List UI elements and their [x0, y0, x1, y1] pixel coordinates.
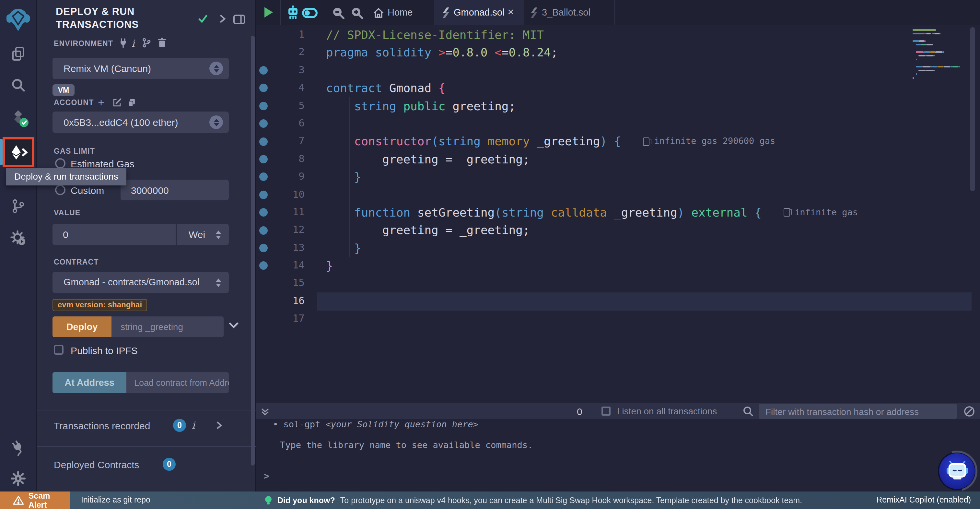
- file-explorer-icon[interactable]: [10, 46, 26, 62]
- custom-gas-radio[interactable]: [55, 185, 65, 195]
- gutter-dot-line-7[interactable]: [259, 137, 268, 145]
- gutter-dot-line-4[interactable]: [259, 84, 268, 93]
- account-add-icon[interactable]: +: [98, 97, 104, 110]
- robot-face-icon: [945, 461, 969, 481]
- editor-scrollbar[interactable]: [970, 27, 975, 191]
- transactions-expand-icon[interactable]: [216, 421, 222, 430]
- minimap[interactable]: [913, 29, 968, 81]
- code-line-3: [326, 62, 858, 80]
- git-init-button[interactable]: Initialize as git repo: [81, 491, 150, 509]
- tab-gmonad-active[interactable]: Gmonad.sol ×: [434, 0, 524, 25]
- publish-ipfs-checkbox[interactable]: [54, 345, 64, 355]
- panel-collapse-icon[interactable]: [218, 14, 227, 24]
- search-icon[interactable]: [10, 77, 26, 93]
- code-content[interactable]: // SPDX-License-Identifier: MITpragma so…: [326, 26, 858, 328]
- fuel-pump-icon: [784, 208, 790, 217]
- gutter-dot-line-6[interactable]: [259, 119, 268, 128]
- code-line-4: contract Gmonad {: [326, 79, 858, 97]
- terminal-prompt[interactable]: >: [264, 471, 269, 481]
- gutter-dot-line-3[interactable]: [259, 66, 268, 75]
- deploy-run-icon-highlighted[interactable]: [3, 137, 34, 167]
- transactions-info-icon[interactable]: i: [192, 420, 195, 431]
- terminal-line-1: • sol-gpt <your Solidity question here>: [273, 419, 478, 429]
- run-script-icon[interactable]: [264, 7, 273, 18]
- env-fork-icon[interactable]: [141, 38, 152, 48]
- scam-alert-button[interactable]: Scam Alert: [0, 491, 70, 509]
- line-number-11: 11: [275, 204, 305, 222]
- close-tab-icon[interactable]: ×: [508, 0, 514, 25]
- unit-stepper-icon[interactable]: [216, 230, 221, 239]
- gutter-dot-line-13[interactable]: [259, 244, 268, 252]
- unit-testing-icon[interactable]: [10, 230, 26, 246]
- deploy-run-tooltip: Deploy & run transactions: [6, 168, 127, 185]
- env-info-icon[interactable]: i: [132, 38, 135, 49]
- gutter-dot-line-10[interactable]: [259, 191, 268, 199]
- contract-label: CONTRACT: [54, 258, 99, 266]
- code-line-16: [326, 292, 858, 310]
- clear-terminal-icon[interactable]: [964, 406, 975, 417]
- code-line-13: }: [326, 239, 858, 257]
- transactions-recorded-label: Transactions recorded: [54, 420, 150, 431]
- account-copy-icon[interactable]: [127, 98, 136, 108]
- active-plugin-indicator: [0, 139, 3, 165]
- panel-title: DEPLOY & RUNTRANSACTIONS: [56, 5, 205, 31]
- tx-filter-input[interactable]: [759, 404, 957, 419]
- gutter-dot-line-9[interactable]: [259, 173, 268, 181]
- panel-scrollbar[interactable]: [251, 36, 255, 466]
- code-line-9: }: [326, 168, 858, 186]
- pin-panel-icon[interactable]: [233, 14, 246, 25]
- zoom-in-icon[interactable]: [351, 6, 364, 19]
- at-address-button[interactable]: At Address: [52, 372, 126, 393]
- custom-gas-input[interactable]: [121, 180, 229, 200]
- line-number-7: 7: [275, 132, 305, 150]
- remixai-robot-icon[interactable]: [286, 5, 300, 20]
- account-edit-icon[interactable]: [112, 98, 122, 108]
- fuel-pump-icon: [643, 137, 649, 145]
- remixai-assistant-button[interactable]: [939, 453, 975, 489]
- line-number-14: 14: [275, 257, 305, 274]
- tab-ballot[interactable]: 3_Ballot.sol: [524, 0, 614, 25]
- copilot-toggle-icon[interactable]: [302, 8, 318, 18]
- environment-select[interactable]: Remix VM (Cancun): [52, 58, 229, 79]
- deploy-expand-icon[interactable]: [228, 322, 239, 329]
- gutter-dot-line-14[interactable]: [259, 262, 268, 270]
- deploy-button[interactable]: Deploy: [52, 316, 111, 337]
- code-line-5: string public greeting;: [326, 97, 858, 115]
- at-address-input[interactable]: [126, 372, 229, 393]
- code-editor[interactable]: 1234567891011121314151617 // SPDX-Licens…: [256, 25, 980, 403]
- deploy-param-input[interactable]: [111, 316, 224, 337]
- value-input[interactable]: [52, 224, 176, 245]
- zoom-out-icon[interactable]: [332, 6, 345, 19]
- line-number-16: 16: [275, 292, 305, 310]
- gas-estimate-hint: infinite gas 290600 gas: [643, 132, 775, 150]
- warning-icon: [13, 495, 24, 505]
- contract-select[interactable]: Gmonad - contracts/Gmonad.sol: [52, 272, 229, 293]
- copilot-status: RemixAI Copilot (enabled): [876, 491, 971, 509]
- gas-estimate-hint: infinite gas: [784, 204, 858, 222]
- listen-checkbox[interactable]: [601, 407, 611, 416]
- listen-label: Listen on all transactions: [617, 403, 717, 420]
- terminal-tx-count: 0: [577, 403, 582, 420]
- terminal-collapse-icon[interactable]: [261, 407, 270, 416]
- gutter-dot-line-12[interactable]: [259, 226, 268, 235]
- code-line-2: pragma solidity >=0.8.0 <=0.8.24;: [326, 44, 858, 62]
- env-delete-icon[interactable]: [157, 37, 167, 48]
- code-line-12: greeting = _greeting;: [326, 222, 858, 239]
- git-icon[interactable]: [10, 198, 26, 214]
- value-label: VALUE: [54, 209, 80, 217]
- tab-home[interactable]: Home: [369, 0, 428, 25]
- lightbulb-icon: [264, 495, 272, 506]
- settings-icon[interactable]: [10, 471, 26, 486]
- value-unit-select[interactable]: Wei: [176, 224, 229, 245]
- estimated-gas-radio[interactable]: [55, 158, 65, 169]
- terminal-search-icon[interactable]: [743, 406, 754, 417]
- remix-logo-icon[interactable]: [5, 6, 31, 32]
- gutter-dot-line-11[interactable]: [259, 208, 268, 217]
- gutter-dot-line-5[interactable]: [259, 102, 268, 110]
- account-select[interactable]: 0x5B3...eddC4 (100 ether): [52, 112, 229, 133]
- env-plug-icon[interactable]: [119, 38, 128, 48]
- deployed-contracts-count-badge: 0: [163, 458, 176, 471]
- line-number-3: 3: [275, 62, 305, 80]
- gutter-dot-line-8[interactable]: [259, 155, 268, 163]
- plugin-manager-icon[interactable]: [10, 440, 26, 455]
